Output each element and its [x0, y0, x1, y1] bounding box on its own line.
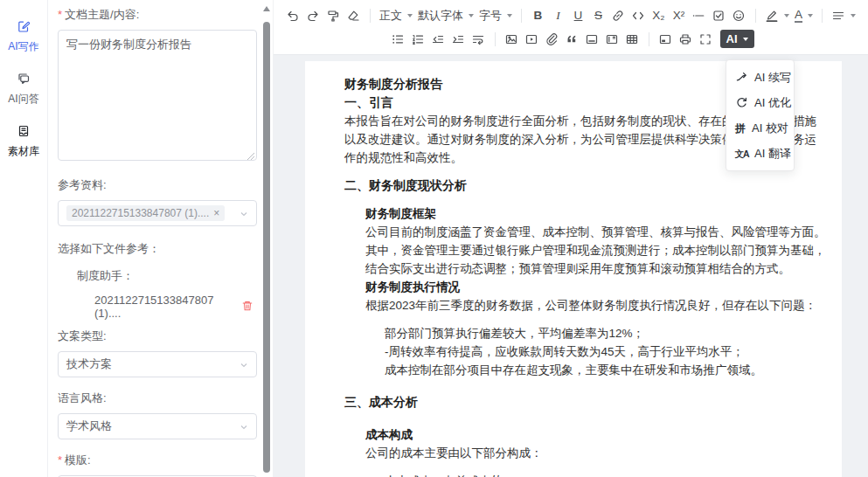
menu-item-ai-optimize[interactable]: AI 优化 [726, 90, 794, 115]
attachment-button[interactable] [542, 29, 562, 50]
menu-item-ai-translate[interactable]: 文AAI 翻译 [726, 141, 794, 166]
caret-down-icon [407, 14, 413, 17]
format-painter-button[interactable] [323, 5, 344, 26]
emoji-button[interactable] [729, 5, 749, 26]
codeblock-icon [605, 32, 619, 46]
chevron-down-icon [239, 360, 249, 373]
eraser-icon [346, 9, 360, 23]
paragraph: 公司的成本主要由以下部分构成： [365, 444, 826, 462]
caret-down-icon [851, 14, 856, 17]
subscript-button[interactable]: X₂ [649, 5, 669, 26]
fullscreen-button[interactable] [696, 29, 716, 50]
strikethrough-button[interactable]: S [588, 5, 608, 26]
undo-button[interactable] [283, 5, 303, 26]
style-value: 学术风格 [66, 418, 112, 434]
doc-type-value: 技术方案 [66, 356, 112, 372]
todo-list-button[interactable] [709, 5, 729, 26]
toolbar-separator [370, 9, 371, 23]
bold-button[interactable]: B [528, 5, 548, 26]
insert-image-button[interactable] [502, 29, 522, 50]
section-heading: 二、财务制度现状分析 [344, 176, 826, 195]
font-color-dropdown[interactable]: A [792, 5, 816, 26]
horizontal-rule-button[interactable] [689, 5, 709, 26]
trash-icon[interactable] [241, 300, 253, 315]
continue-icon [735, 71, 748, 84]
menu-item-label: AI 优化 [754, 95, 791, 111]
nav-item-ai-qa[interactable]: AI问答 [0, 72, 47, 107]
superscript-button[interactable]: X² [669, 5, 689, 26]
wrap-icon [471, 32, 485, 46]
chip-remove-icon[interactable]: × [213, 207, 219, 219]
table-button[interactable] [622, 29, 642, 50]
insert-video-button[interactable] [522, 29, 542, 50]
nav-item-label: 素材库 [8, 144, 39, 159]
highlight-color-dropdown[interactable] [762, 5, 792, 26]
doc-type-select[interactable]: 技术方案 [58, 351, 257, 377]
page-mode-button[interactable] [656, 29, 676, 50]
optimize-icon [735, 96, 748, 109]
doc-type-label: 文案类型: [58, 328, 257, 344]
resize-handle[interactable] [247, 153, 254, 160]
scrollbar-thumb[interactable] [263, 22, 270, 473]
indent-decrease-button[interactable] [428, 29, 448, 50]
caret-down-icon [469, 14, 474, 17]
font-size-dropdown[interactable]: 字号 [476, 5, 515, 26]
align-dropdown[interactable] [829, 5, 858, 26]
bullet-list-icon [391, 32, 405, 46]
nav-item-material-library[interactable]: 素材库 [0, 124, 47, 159]
bullet-list-button[interactable] [388, 29, 408, 50]
editor-canvas: 财务制度分析报告一、引言本报告旨在对公司的财务制度进行全面分析，包括财务制度的现… [274, 55, 868, 477]
divider-button[interactable] [582, 29, 602, 50]
highlight-icon [765, 9, 779, 23]
link-button[interactable] [608, 5, 628, 26]
paragraph: 部分部门预算执行偏差较大，平均偏差率为12%； [385, 324, 826, 342]
attachment-icon [545, 32, 559, 46]
subsection-heading: 成本构成 [365, 425, 826, 444]
scroll-up-arrow-icon[interactable] [263, 6, 270, 11]
page-icon [658, 32, 672, 46]
nav-item-ai-writing[interactable]: AI写作 [0, 19, 47, 54]
format-painter-icon [326, 9, 340, 23]
divider-icon [585, 32, 599, 46]
style-select[interactable]: 学术风格 [58, 413, 257, 439]
font-color-icon: A [795, 9, 802, 23]
dropdown-label: 字号 [479, 8, 502, 24]
menu-item-label: AI 续写 [754, 70, 791, 86]
caret-down-icon [808, 14, 813, 17]
ordered-list-button[interactable] [408, 29, 428, 50]
proofread-icon: 拼 [735, 122, 746, 135]
subsection-heading: 财务制度执行情况 [365, 278, 826, 296]
italic-button[interactable]: I [548, 5, 568, 26]
topic-label: *文档主题/内容: [58, 7, 257, 23]
clear-format-button[interactable] [344, 5, 364, 26]
toolbar-separator [521, 9, 522, 23]
print-button[interactable] [676, 29, 696, 50]
glyph-label: S [594, 9, 602, 22]
inline-code-button[interactable] [628, 5, 649, 26]
write-icon [16, 19, 31, 37]
blockquote-button[interactable] [562, 29, 582, 50]
reference-select[interactable]: 2021122715133847807 (1).... × [58, 200, 257, 226]
menu-item-ai-proofread[interactable]: 拼AI 校对 [726, 115, 794, 141]
ai-dropdown[interactable]: AI [720, 30, 754, 48]
reference-tag-text: 2021122715133847807 (1).... [72, 207, 209, 219]
menu-item-ai-continue-writing[interactable]: AI 续写 [726, 65, 794, 90]
template-label: *模版: [58, 453, 257, 468]
underline-button[interactable]: U [568, 5, 588, 26]
toolbar-separator [755, 9, 756, 23]
fullscreen-icon [698, 32, 712, 46]
chevron-down-icon [239, 209, 249, 222]
dropdown-label: 正文 [379, 8, 402, 24]
topic-input[interactable]: 写一份财务制度分析报告 [58, 30, 257, 161]
left-nav-rail: AI写作AI问答素材库 [0, 0, 48, 477]
checkbox-icon [712, 9, 726, 23]
paragraph: 根据2023年前三季度的财务数据，公司整体财务制度执行情况良好，但存在以下问题： [365, 296, 826, 315]
line-break-button[interactable] [469, 29, 489, 50]
link-icon [611, 9, 625, 23]
subsection-heading: 财务制度框架 [365, 204, 826, 223]
indent-increase-button[interactable] [448, 29, 469, 50]
paragraph-style-dropdown[interactable]: 正文 [377, 5, 415, 26]
font-family-dropdown[interactable]: 默认字体 [415, 5, 476, 26]
redo-button[interactable] [303, 5, 323, 26]
code-block-button[interactable] [602, 29, 622, 50]
